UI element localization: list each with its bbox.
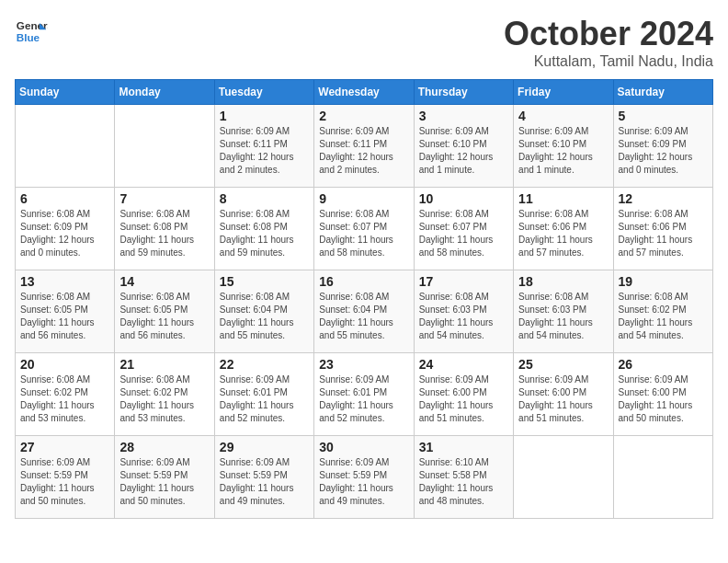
- day-info: Sunrise: 6:09 AM Sunset: 6:00 PM Dayligh…: [518, 373, 608, 425]
- calendar-cell: [514, 436, 613, 519]
- week-row-0: 1Sunrise: 6:09 AM Sunset: 6:11 PM Daylig…: [16, 105, 713, 188]
- day-number: 3: [419, 109, 508, 123]
- day-number: 14: [119, 274, 209, 289]
- week-row-3: 20Sunrise: 6:08 AM Sunset: 6:02 PM Dayli…: [16, 353, 713, 436]
- header: General Blue October 2024 Kuttalam, Tami…: [15, 15, 713, 70]
- day-info: Sunrise: 6:08 AM Sunset: 6:04 PM Dayligh…: [319, 291, 408, 342]
- day-info: Sunrise: 6:09 AM Sunset: 6:09 PM Dayligh…: [619, 125, 708, 177]
- weekday-header-thursday: Thursday: [414, 80, 513, 105]
- calendar-cell: 16Sunrise: 6:08 AM Sunset: 6:04 PM Dayli…: [314, 270, 414, 353]
- day-number: 17: [419, 274, 508, 289]
- day-info: Sunrise: 6:09 AM Sunset: 6:10 PM Dayligh…: [419, 125, 508, 177]
- calendar-cell: 10Sunrise: 6:08 AM Sunset: 6:07 PM Dayli…: [414, 188, 513, 270]
- calendar-cell: [16, 105, 115, 188]
- day-info: Sunrise: 6:08 AM Sunset: 6:09 PM Dayligh…: [20, 208, 109, 259]
- day-number: 28: [119, 440, 209, 454]
- day-number: 9: [319, 191, 408, 206]
- day-info: Sunrise: 6:09 AM Sunset: 6:11 PM Dayligh…: [319, 125, 408, 177]
- svg-text:General: General: [17, 19, 48, 31]
- day-info: Sunrise: 6:09 AM Sunset: 6:01 PM Dayligh…: [319, 373, 408, 425]
- calendar-cell: 19Sunrise: 6:08 AM Sunset: 6:02 PM Dayli…: [613, 270, 712, 353]
- day-number: 10: [419, 191, 508, 206]
- week-row-4: 27Sunrise: 6:09 AM Sunset: 5:59 PM Dayli…: [16, 436, 713, 519]
- day-number: 7: [119, 191, 209, 206]
- day-info: Sunrise: 6:08 AM Sunset: 6:08 PM Dayligh…: [119, 208, 209, 259]
- day-number: 31: [419, 440, 508, 454]
- calendar-cell: 18Sunrise: 6:08 AM Sunset: 6:03 PM Dayli…: [514, 270, 613, 353]
- day-number: 27: [20, 440, 109, 454]
- day-number: 11: [518, 191, 608, 206]
- day-number: 25: [518, 357, 608, 372]
- day-info: Sunrise: 6:09 AM Sunset: 5:59 PM Dayligh…: [119, 456, 209, 508]
- day-info: Sunrise: 6:09 AM Sunset: 6:10 PM Dayligh…: [518, 125, 608, 177]
- calendar-table: SundayMondayTuesdayWednesdayThursdayFrid…: [15, 79, 713, 519]
- day-info: Sunrise: 6:08 AM Sunset: 6:03 PM Dayligh…: [419, 291, 508, 342]
- day-info: Sunrise: 6:08 AM Sunset: 6:02 PM Dayligh…: [119, 373, 209, 425]
- day-number: 8: [220, 191, 309, 206]
- day-info: Sunrise: 6:08 AM Sunset: 6:05 PM Dayligh…: [119, 291, 209, 342]
- day-info: Sunrise: 6:09 AM Sunset: 6:00 PM Dayligh…: [619, 373, 708, 425]
- day-number: 23: [319, 357, 408, 372]
- calendar-cell: 9Sunrise: 6:08 AM Sunset: 6:07 PM Daylig…: [314, 188, 414, 270]
- calendar-cell: 29Sunrise: 6:09 AM Sunset: 5:59 PM Dayli…: [214, 436, 313, 519]
- day-number: 18: [518, 274, 608, 289]
- day-number: 30: [319, 440, 408, 454]
- calendar-cell: 15Sunrise: 6:08 AM Sunset: 6:04 PM Dayli…: [214, 270, 313, 353]
- calendar-cell: 4Sunrise: 6:09 AM Sunset: 6:10 PM Daylig…: [514, 105, 613, 188]
- calendar-cell: 12Sunrise: 6:08 AM Sunset: 6:06 PM Dayli…: [613, 188, 712, 270]
- calendar-cell: [613, 436, 712, 519]
- day-number: 6: [20, 191, 109, 206]
- calendar-cell: 24Sunrise: 6:09 AM Sunset: 6:00 PM Dayli…: [414, 353, 513, 436]
- calendar-cell: 20Sunrise: 6:08 AM Sunset: 6:02 PM Dayli…: [16, 353, 115, 436]
- calendar-cell: 14Sunrise: 6:08 AM Sunset: 6:05 PM Dayli…: [115, 270, 214, 353]
- week-row-1: 6Sunrise: 6:08 AM Sunset: 6:09 PM Daylig…: [16, 188, 713, 270]
- day-info: Sunrise: 6:09 AM Sunset: 6:00 PM Dayligh…: [419, 373, 508, 425]
- calendar-cell: 8Sunrise: 6:08 AM Sunset: 6:08 PM Daylig…: [214, 188, 313, 270]
- calendar-cell: 31Sunrise: 6:10 AM Sunset: 5:58 PM Dayli…: [414, 436, 513, 519]
- calendar-cell: 25Sunrise: 6:09 AM Sunset: 6:00 PM Dayli…: [514, 353, 613, 436]
- day-number: 16: [319, 274, 408, 289]
- day-info: Sunrise: 6:08 AM Sunset: 6:02 PM Dayligh…: [20, 373, 109, 425]
- day-info: Sunrise: 6:08 AM Sunset: 6:06 PM Dayligh…: [619, 208, 708, 259]
- calendar-cell: 23Sunrise: 6:09 AM Sunset: 6:01 PM Dayli…: [314, 353, 414, 436]
- day-number: 4: [518, 109, 608, 123]
- calendar-cell: 22Sunrise: 6:09 AM Sunset: 6:01 PM Dayli…: [214, 353, 313, 436]
- logo: General Blue: [15, 15, 48, 48]
- day-number: 1: [220, 109, 309, 123]
- weekday-header-sunday: Sunday: [16, 80, 115, 105]
- calendar-cell: 26Sunrise: 6:09 AM Sunset: 6:00 PM Dayli…: [613, 353, 712, 436]
- month-title: October 2024: [504, 15, 713, 53]
- weekday-header-wednesday: Wednesday: [314, 80, 414, 105]
- day-number: 19: [619, 274, 708, 289]
- day-info: Sunrise: 6:08 AM Sunset: 6:06 PM Dayligh…: [518, 208, 608, 259]
- weekday-header-friday: Friday: [514, 80, 613, 105]
- day-number: 2: [319, 109, 408, 123]
- day-number: 26: [619, 357, 708, 372]
- day-number: 13: [20, 274, 109, 289]
- day-number: 5: [619, 109, 708, 123]
- calendar-cell: 2Sunrise: 6:09 AM Sunset: 6:11 PM Daylig…: [314, 105, 414, 188]
- day-info: Sunrise: 6:09 AM Sunset: 6:11 PM Dayligh…: [220, 125, 309, 177]
- weekday-header-monday: Monday: [115, 80, 214, 105]
- title-area: October 2024 Kuttalam, Tamil Nadu, India: [504, 15, 713, 70]
- logo-icon: General Blue: [15, 15, 48, 48]
- calendar-cell: 13Sunrise: 6:08 AM Sunset: 6:05 PM Dayli…: [16, 270, 115, 353]
- day-number: 29: [220, 440, 309, 454]
- location-title: Kuttalam, Tamil Nadu, India: [504, 53, 713, 70]
- weekday-header-tuesday: Tuesday: [214, 80, 313, 105]
- day-info: Sunrise: 6:08 AM Sunset: 6:03 PM Dayligh…: [518, 291, 608, 342]
- day-info: Sunrise: 6:08 AM Sunset: 6:08 PM Dayligh…: [220, 208, 309, 259]
- day-info: Sunrise: 6:08 AM Sunset: 6:07 PM Dayligh…: [419, 208, 508, 259]
- day-info: Sunrise: 6:09 AM Sunset: 5:59 PM Dayligh…: [20, 456, 109, 508]
- weekday-header-row: SundayMondayTuesdayWednesdayThursdayFrid…: [16, 80, 713, 105]
- day-number: 22: [220, 357, 309, 372]
- calendar-cell: 17Sunrise: 6:08 AM Sunset: 6:03 PM Dayli…: [414, 270, 513, 353]
- calendar-cell: 6Sunrise: 6:08 AM Sunset: 6:09 PM Daylig…: [16, 188, 115, 270]
- calendar-cell: [115, 105, 214, 188]
- day-number: 20: [20, 357, 109, 372]
- weekday-header-saturday: Saturday: [613, 80, 712, 105]
- day-number: 15: [220, 274, 309, 289]
- day-info: Sunrise: 6:09 AM Sunset: 5:59 PM Dayligh…: [319, 456, 408, 508]
- calendar-cell: 21Sunrise: 6:08 AM Sunset: 6:02 PM Dayli…: [115, 353, 214, 436]
- calendar-cell: 7Sunrise: 6:08 AM Sunset: 6:08 PM Daylig…: [115, 188, 214, 270]
